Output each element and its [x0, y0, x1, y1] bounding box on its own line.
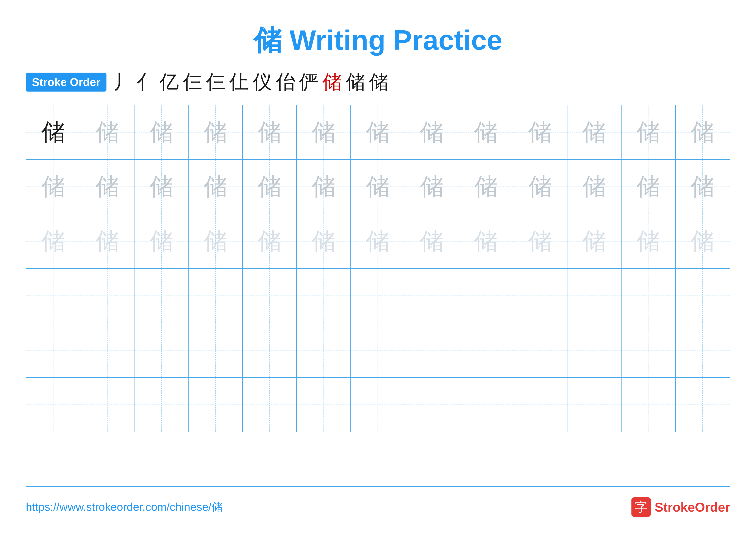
grid-cell-1-1[interactable]: 储 — [80, 160, 134, 214]
grid-cell-1-10[interactable]: 储 — [567, 160, 622, 214]
grid-cell-2-8[interactable]: 储 — [459, 214, 513, 268]
grid-cell-1-6[interactable]: 储 — [351, 160, 405, 214]
footer-url[interactable]: https://www.strokeorder.com/chinese/储 — [26, 499, 223, 515]
cell-char-1-10: 储 — [582, 171, 606, 203]
grid-cell-3-4[interactable] — [243, 268, 297, 323]
grid-cell-3-7[interactable] — [405, 268, 459, 323]
grid-cell-0-12[interactable]: 储 — [676, 105, 730, 159]
grid-cell-5-4[interactable] — [243, 378, 297, 432]
grid-cell-5-8[interactable] — [459, 378, 513, 432]
grid-cell-1-3[interactable]: 储 — [189, 160, 243, 214]
grid-cell-3-5[interactable] — [297, 268, 351, 323]
grid-cell-0-11[interactable]: 储 — [622, 105, 676, 159]
grid-cell-4-8[interactable] — [459, 323, 513, 377]
grid-cell-2-6[interactable]: 储 — [351, 214, 405, 268]
grid-cell-0-5[interactable]: 储 — [297, 105, 351, 159]
grid-cell-4-3[interactable] — [189, 323, 243, 377]
grid-cell-0-8[interactable]: 储 — [459, 105, 513, 159]
grid-cell-1-11[interactable]: 储 — [622, 160, 676, 214]
grid-cell-0-2[interactable]: 储 — [134, 105, 189, 159]
cell-char-1-11: 储 — [636, 171, 660, 203]
cell-char-0-1: 储 — [95, 116, 119, 148]
grid-cell-5-3[interactable] — [189, 378, 243, 432]
grid-cell-5-6[interactable] — [351, 378, 405, 432]
grid-cell-0-0[interactable]: 储 — [26, 105, 80, 159]
cell-char-1-4: 储 — [258, 171, 282, 203]
footer-logo: 字 StrokeOrder — [632, 497, 730, 517]
grid-cell-2-0[interactable]: 储 — [26, 214, 80, 268]
grid-cell-3-11[interactable] — [622, 268, 676, 323]
grid-cell-5-5[interactable] — [297, 378, 351, 432]
grid-cell-5-9[interactable] — [513, 378, 567, 432]
grid-cell-1-9[interactable]: 储 — [513, 160, 567, 214]
grid-cell-3-12[interactable] — [676, 268, 730, 323]
grid-cell-0-7[interactable]: 储 — [405, 105, 459, 159]
grid-cell-3-3[interactable] — [189, 268, 243, 323]
grid-cell-2-11[interactable]: 储 — [622, 214, 676, 268]
grid-row-2: 储储储储储储储储储储储储储 — [26, 214, 730, 268]
grid-cell-4-12[interactable] — [676, 323, 730, 377]
grid-cell-1-8[interactable]: 储 — [459, 160, 513, 214]
cell-char-2-11: 储 — [636, 225, 660, 257]
grid-cell-5-12[interactable] — [676, 378, 730, 432]
grid-cell-3-10[interactable] — [567, 268, 622, 323]
cell-char-0-9: 储 — [528, 116, 552, 148]
cell-char-2-1: 储 — [95, 225, 119, 257]
grid-cell-1-7[interactable]: 储 — [405, 160, 459, 214]
cell-char-0-7: 储 — [420, 116, 444, 148]
grid-cell-4-1[interactable] — [80, 323, 134, 377]
grid-cell-0-9[interactable]: 储 — [513, 105, 567, 159]
cell-char-0-0: 储 — [41, 116, 65, 148]
stroke-order-badge: Stroke Order — [26, 73, 106, 91]
grid-cell-4-4[interactable] — [243, 323, 297, 377]
stroke-step-1: 亻 — [136, 72, 156, 92]
grid-cell-4-5[interactable] — [297, 323, 351, 377]
grid-cell-2-7[interactable]: 储 — [405, 214, 459, 268]
grid-cell-2-4[interactable]: 储 — [243, 214, 297, 268]
grid-cell-5-10[interactable] — [567, 378, 622, 432]
stroke-sequence: 丿亻亿仨仨仩仪佁俨储储储 — [113, 72, 388, 92]
grid-cell-3-1[interactable] — [80, 268, 134, 323]
grid-row-5 — [26, 378, 730, 432]
grid-cell-0-3[interactable]: 储 — [189, 105, 243, 159]
grid-cell-5-2[interactable] — [134, 378, 189, 432]
grid-cell-2-10[interactable]: 储 — [567, 214, 622, 268]
cell-char-1-3: 储 — [204, 171, 228, 203]
grid-cell-2-9[interactable]: 储 — [513, 214, 567, 268]
grid-cell-2-5[interactable]: 储 — [297, 214, 351, 268]
grid-cell-4-10[interactable] — [567, 323, 622, 377]
cell-char-1-9: 储 — [528, 171, 552, 203]
grid-cell-2-2[interactable]: 储 — [134, 214, 189, 268]
grid-cell-4-7[interactable] — [405, 323, 459, 377]
cell-char-2-8: 储 — [474, 225, 498, 257]
grid-cell-0-1[interactable]: 储 — [80, 105, 134, 159]
grid-cell-3-2[interactable] — [134, 268, 189, 323]
grid-cell-2-12[interactable]: 储 — [676, 214, 730, 268]
grid-cell-3-0[interactable] — [26, 268, 80, 323]
cell-char-1-1: 储 — [95, 171, 119, 203]
grid-cell-0-4[interactable]: 储 — [243, 105, 297, 159]
grid-cell-3-8[interactable] — [459, 268, 513, 323]
grid-cell-0-10[interactable]: 储 — [567, 105, 622, 159]
grid-cell-1-5[interactable]: 储 — [297, 160, 351, 214]
grid-cell-1-12[interactable]: 储 — [676, 160, 730, 214]
grid-cell-2-1[interactable]: 储 — [80, 214, 134, 268]
grid-cell-3-6[interactable] — [351, 268, 405, 323]
grid-cell-5-7[interactable] — [405, 378, 459, 432]
grid-cell-3-9[interactable] — [513, 268, 567, 323]
grid-cell-4-11[interactable] — [622, 323, 676, 377]
grid-cell-1-0[interactable]: 储 — [26, 160, 80, 214]
grid-cell-1-4[interactable]: 储 — [243, 160, 297, 214]
cell-char-0-10: 储 — [582, 116, 606, 148]
grid-cell-5-1[interactable] — [80, 378, 134, 432]
grid-cell-4-9[interactable] — [513, 323, 567, 377]
grid-cell-4-2[interactable] — [134, 323, 189, 377]
grid-cell-4-6[interactable] — [351, 323, 405, 377]
grid-cell-5-11[interactable] — [622, 378, 676, 432]
grid-cell-4-0[interactable] — [26, 323, 80, 377]
grid-cell-2-3[interactable]: 储 — [189, 214, 243, 268]
grid-cell-5-0[interactable] — [26, 378, 80, 432]
cell-char-0-8: 储 — [474, 116, 498, 148]
grid-cell-1-2[interactable]: 储 — [134, 160, 189, 214]
grid-cell-0-6[interactable]: 储 — [351, 105, 405, 159]
